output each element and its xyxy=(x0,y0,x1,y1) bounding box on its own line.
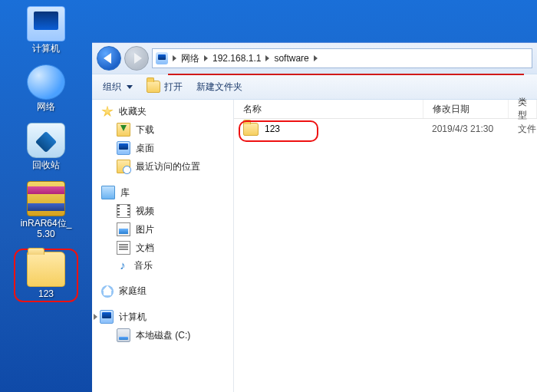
sidebar-item-label: 音乐 xyxy=(134,259,153,272)
folder-icon xyxy=(243,123,259,136)
desktop-icon-computer[interactable]: 计算机 xyxy=(17,5,75,55)
toolbar-organize[interactable]: 组织 xyxy=(103,81,133,94)
recycle-bin-icon xyxy=(27,123,65,158)
explorer-toolbar: 组织 打开 新建文件夹 xyxy=(92,74,537,100)
sidebar-title-label: 库 xyxy=(120,186,130,199)
breadcrumb: 网络 192.168.1.1 software xyxy=(173,52,318,65)
annotation-underline xyxy=(168,74,524,75)
toolbar-open[interactable]: 打开 xyxy=(147,81,183,94)
chevron-down-icon xyxy=(127,85,133,89)
chevron-right-icon xyxy=(94,314,97,320)
sidebar-item-local-disk-c[interactable]: 本地磁盘 (C:) xyxy=(100,326,230,344)
sidebar-group-homegroup: 家庭组 xyxy=(100,282,230,300)
sidebar-title-label: 家庭组 xyxy=(119,285,147,298)
star-icon xyxy=(101,106,114,118)
recent-places-icon xyxy=(117,160,130,173)
network-icon xyxy=(27,64,65,100)
file-cell-type: 文件 xyxy=(515,123,537,136)
breadcrumb-segment[interactable]: 192.168.1.1 xyxy=(212,53,261,64)
sidebar-item-label: 桌面 xyxy=(136,142,154,155)
desktop-icon-folder-123[interactable]: 123 xyxy=(14,249,78,302)
column-header-label: 修改日期 xyxy=(433,103,469,116)
desktop-icon-label: 计算机 xyxy=(17,43,75,54)
desktop-icon-network[interactable]: 网络 xyxy=(17,63,75,114)
toolbar-open-label: 打开 xyxy=(164,81,183,94)
file-name-label: 123 xyxy=(265,124,280,134)
sidebar-item-downloads[interactable]: 下载 xyxy=(100,120,230,139)
explorer-navbar: 网络 192.168.1.1 software xyxy=(92,43,537,74)
desktop-icon-winrar[interactable]: inRAR64位_5.30 xyxy=(17,180,75,241)
chevron-right-icon xyxy=(265,55,269,61)
column-header-label: 名称 xyxy=(243,103,262,116)
toolbar-new-folder[interactable]: 新建文件夹 xyxy=(196,81,242,94)
desktop-icon-label: 回收站 xyxy=(17,160,75,170)
desktop: 计算机 网络 回收站 inRAR64位_5.30 123 xyxy=(0,0,92,392)
nav-back-button[interactable] xyxy=(97,46,121,71)
arrow-right-icon xyxy=(134,53,142,64)
column-header-type[interactable]: 类型 xyxy=(509,100,537,118)
arrow-left-icon xyxy=(104,53,111,64)
sidebar-group-computer: 计算机 本地磁盘 (C:) xyxy=(100,308,230,344)
download-icon xyxy=(117,123,130,137)
sidebar-item-desktop[interactable]: 桌面 xyxy=(100,139,230,157)
breadcrumb-segment[interactable]: 网络 xyxy=(181,52,199,65)
sidebar-item-music[interactable]: 音乐 xyxy=(100,257,230,275)
chevron-right-icon xyxy=(173,55,176,61)
column-header-label: 类型 xyxy=(518,96,527,122)
sidebar-item-label: 图片 xyxy=(136,223,154,236)
chevron-right-icon xyxy=(204,55,208,61)
navigation-pane: 收藏夹 下载 桌面 最近访问的位置 库 xyxy=(92,100,234,392)
video-icon xyxy=(117,204,130,218)
sidebar-group-favorites: 收藏夹 下载 桌面 最近访问的位置 xyxy=(100,103,230,176)
sidebar-item-label: 文档 xyxy=(136,242,154,255)
sidebar-item-pictures[interactable]: 图片 xyxy=(100,220,230,239)
computer-icon xyxy=(27,6,65,41)
sidebar-title-homegroup[interactable]: 家庭组 xyxy=(100,282,230,300)
sidebar-title-libraries[interactable]: 库 xyxy=(100,183,230,202)
sidebar-title-label: 收藏夹 xyxy=(119,105,147,118)
sidebar-item-label: 本地磁盘 (C:) xyxy=(136,329,190,342)
sidebar-item-recent[interactable]: 最近访问的位置 xyxy=(100,157,230,176)
desktop-icon xyxy=(117,141,130,155)
sidebar-title-favorites[interactable]: 收藏夹 xyxy=(100,103,230,120)
file-row-folder-123[interactable]: 123 2019/4/3 21:30 文件 xyxy=(234,119,537,139)
folder-icon xyxy=(27,252,65,287)
explorer-window: 网络 192.168.1.1 software 组织 打开 新建文件夹 xyxy=(92,42,537,392)
desktop-icon-recycle-bin[interactable]: 回收站 xyxy=(17,121,75,172)
column-headers: 名称 修改日期 类型 xyxy=(234,100,537,119)
desktop-icon-label: 123 xyxy=(17,288,75,299)
sidebar-item-documents[interactable]: 文档 xyxy=(100,239,230,257)
sidebar-title-label: 计算机 xyxy=(119,311,147,324)
sidebar-item-label: 视频 xyxy=(136,205,154,218)
folder-open-icon xyxy=(147,81,160,93)
desktop-icon-label: 网络 xyxy=(17,101,75,112)
sidebar-group-libraries: 库 视频 图片 文档 音乐 xyxy=(100,183,230,275)
library-icon xyxy=(101,186,115,199)
sidebar-item-label: 最近访问的位置 xyxy=(136,160,200,173)
toolbar-organize-label: 组织 xyxy=(103,81,121,94)
chevron-right-icon xyxy=(314,55,318,61)
column-header-name[interactable]: 名称 xyxy=(234,100,423,118)
nav-forward-button[interactable] xyxy=(124,46,149,71)
computer-icon xyxy=(100,310,114,324)
sidebar-title-computer[interactable]: 计算机 xyxy=(100,308,230,326)
location-icon xyxy=(156,52,168,64)
address-bar[interactable]: 网络 192.168.1.1 software xyxy=(152,48,532,68)
document-icon xyxy=(117,241,130,255)
picture-icon xyxy=(117,222,130,236)
file-list-pane: 名称 修改日期 类型 123 2019/4/3 21:30 文件 xyxy=(234,100,537,392)
file-cell-name: 123 xyxy=(234,123,432,136)
column-header-date[interactable]: 修改日期 xyxy=(423,100,509,118)
sidebar-item-videos[interactable]: 视频 xyxy=(100,202,230,220)
music-icon xyxy=(117,260,129,272)
file-cell-date: 2019/4/3 21:30 xyxy=(432,124,515,134)
breadcrumb-segment[interactable]: software xyxy=(274,53,308,64)
sidebar-item-label: 下载 xyxy=(136,124,154,137)
disk-icon xyxy=(117,328,130,342)
desktop-icon-label: inRAR64位_5.30 xyxy=(17,218,75,239)
explorer-body: 收藏夹 下载 桌面 最近访问的位置 库 xyxy=(92,100,537,392)
toolbar-new-folder-label: 新建文件夹 xyxy=(196,81,242,94)
homegroup-icon xyxy=(101,285,114,298)
winrar-icon xyxy=(27,181,65,216)
